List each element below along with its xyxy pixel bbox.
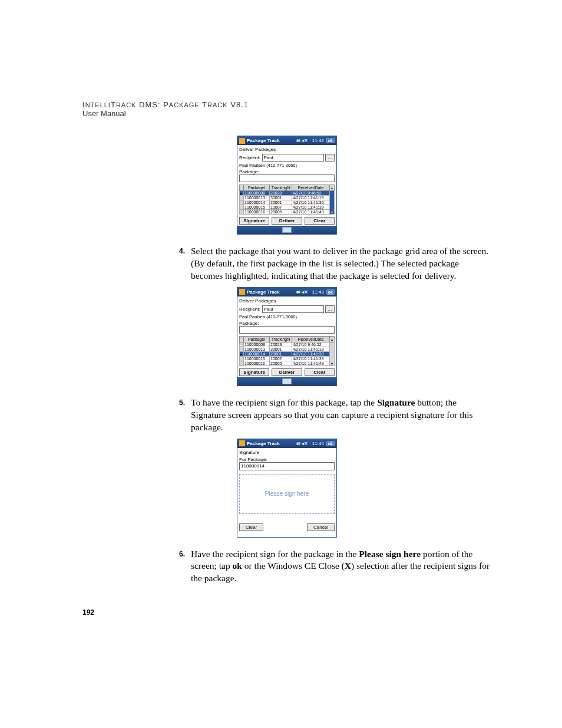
table-row[interactable]: 110000014200014/27/10 11:41:30 (240, 200, 335, 205)
keyboard-icon[interactable] (282, 378, 292, 384)
table-row[interactable]: 110000013300014/27/10 11:41:19 (240, 196, 335, 200)
recipient-details: Paul Paulsen (410-771-3060) (239, 314, 335, 319)
recipient-browse-button[interactable]: … (325, 305, 335, 313)
table-row[interactable]: 110000008200284/27/10 9:46:52 ▾ (240, 191, 335, 196)
scroll-up-icon[interactable]: ▴ (330, 336, 335, 342)
step-number: 6. (171, 548, 191, 585)
pda-screenshot-2: Package Track ⇄ ◂✕ 11:43 ok Deliver Pack… (237, 287, 337, 386)
screen-subtitle: Signature (239, 449, 335, 457)
deliver-button[interactable]: Deliver (272, 368, 302, 376)
app-icon (239, 440, 245, 446)
scroll-up-icon[interactable]: ▴ (330, 185, 335, 191)
signal-icon: ⇄ ◂✕ (296, 138, 308, 143)
screen-subtitle: Deliver Packages (239, 298, 335, 305)
package-input[interactable] (239, 174, 335, 182)
col-received[interactable]: ReceivedDate (292, 185, 330, 191)
clock: 11:43 (312, 289, 324, 295)
page-number: 192 (82, 608, 491, 617)
recipient-label: Recipient: (239, 155, 260, 160)
table-row[interactable]: 110000016200054/27/10 11:41:49 (240, 361, 335, 365)
table-row[interactable]: 110000015100074/27/10 11:41:39 (240, 356, 335, 361)
table-row[interactable]: 110000013300014/27/10 11:41:19 (240, 347, 335, 351)
table-row[interactable]: 110000014200014/27/10 11:41:30 (240, 351, 335, 356)
recipient-browse-button[interactable]: … (325, 154, 335, 162)
package-label: Package: (239, 321, 333, 326)
col-packageid[interactable]: PackageI (244, 336, 270, 342)
col-tracking[interactable]: TrackingN (270, 185, 292, 191)
scroll-down-icon[interactable]: ▾ (330, 191, 335, 215)
for-package-value[interactable]: 110000014 (239, 462, 335, 470)
window-title: Package Track (247, 289, 296, 295)
ok-button[interactable]: ok (326, 441, 335, 446)
recipient-details: Paul Paulsen (410-771-3060) (239, 163, 335, 168)
table-row[interactable]: 110000015100074/27/10 11:41:39 (240, 205, 335, 210)
pda-bottombar (237, 377, 336, 386)
app-icon (239, 289, 245, 295)
signature-button[interactable]: Signature (239, 368, 269, 376)
step-text: Select the package that you want to deli… (191, 245, 491, 282)
recipient-input[interactable]: Paul (262, 305, 324, 313)
ok-button[interactable]: ok (326, 289, 335, 295)
recipient-input[interactable]: Paul (262, 154, 324, 162)
package-grid[interactable]: PackageI TrackingN ReceivedDate ▴ 110000… (239, 336, 335, 366)
table-row[interactable]: 110000016200054/27/10 11:41:49 (240, 210, 335, 215)
recipient-label: Recipient: (239, 307, 260, 312)
step-number: 5. (171, 397, 191, 434)
pda-screenshot-3: Package Track ⇄ ◂✕ 11:44 ok Signature Fo… (237, 439, 337, 538)
clock: 11:44 (312, 441, 324, 446)
window-title: Package Track (247, 138, 296, 143)
clear-button[interactable]: Clear (305, 368, 335, 376)
doc-header-title: INTELLITRACK DMS: PACKAGE TRACK V8.1 (82, 100, 491, 109)
clear-button[interactable]: Clear (305, 217, 335, 225)
step-number: 4. (171, 245, 191, 282)
package-grid[interactable]: PackageI TrackingN ReceivedDate ▴ 110000… (239, 185, 335, 215)
package-label: Package: (239, 169, 333, 174)
signal-icon: ⇄ ◂✕ (296, 441, 308, 446)
cancel-button[interactable]: Cancel (307, 523, 335, 531)
signature-area[interactable]: Please sign here (239, 474, 335, 514)
table-row[interactable]: 110000008200284/27/10 9:46:52 ▾ (240, 342, 335, 347)
screen-subtitle: Deliver Packages (239, 146, 335, 154)
pda-bottombar (237, 226, 336, 234)
step-text: Have the recipient sign for the package … (191, 548, 491, 585)
pda-titlebar: Package Track ⇄ ◂✕ 11:42 ok (237, 136, 336, 145)
pda-titlebar: Package Track ⇄ ◂✕ 11:43 ok (237, 288, 336, 297)
col-packageid[interactable]: PackageI (244, 185, 270, 191)
scroll-down-icon[interactable]: ▾ (330, 342, 335, 365)
signature-button[interactable]: Signature (239, 217, 269, 225)
ok-button[interactable]: ok (326, 138, 335, 143)
col-tracking[interactable]: TrackingN (270, 336, 292, 342)
pda-titlebar: Package Track ⇄ ◂✕ 11:44 ok (237, 439, 336, 448)
window-title: Package Track (247, 441, 296, 446)
pda-screenshot-1: Package Track ⇄ ◂✕ 11:42 ok Deliver Pack… (237, 136, 337, 235)
deliver-button[interactable]: Deliver (272, 217, 302, 225)
package-input[interactable] (239, 326, 335, 334)
col-received[interactable]: ReceivedDate (292, 336, 330, 342)
clock: 11:42 (312, 138, 324, 143)
for-package-label: For Package: (239, 457, 333, 462)
signal-icon: ⇄ ◂✕ (296, 289, 308, 295)
doc-header-subtitle: User Manual (82, 109, 491, 118)
step-text: To have the recipient sign for this pack… (191, 397, 491, 434)
clear-button[interactable]: Clear (239, 523, 263, 531)
keyboard-icon[interactable] (282, 227, 292, 233)
app-icon (239, 138, 245, 144)
